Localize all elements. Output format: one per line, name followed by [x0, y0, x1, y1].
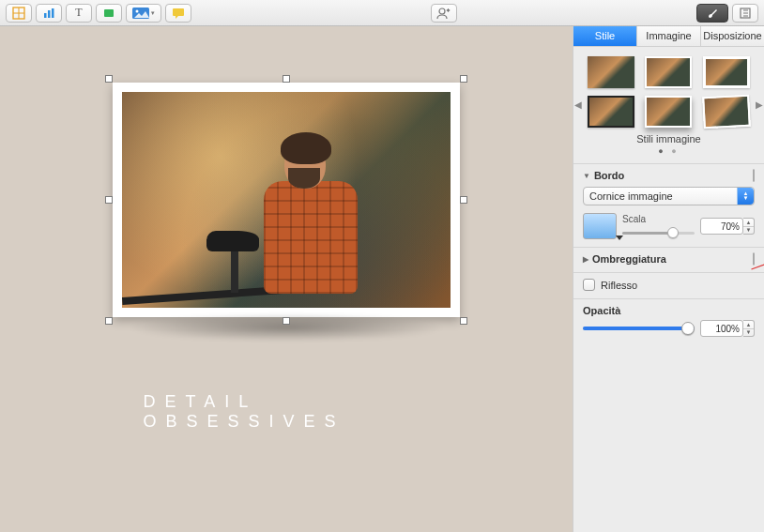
- inspector-tabs: Stile Immagine Disposizione: [573, 26, 764, 47]
- opacity-section: Opacità 100% ▲▼: [573, 298, 764, 344]
- border-style-swatch[interactable]: [753, 169, 755, 182]
- shadow-section: ▶ Ombreggiatura: [573, 247, 764, 272]
- toolbar-shape-button[interactable]: [96, 4, 122, 23]
- toolbar-document-button[interactable]: [732, 4, 758, 23]
- border-type-value: Cornice immagine: [589, 190, 673, 202]
- svg-point-10: [439, 8, 445, 14]
- border-section: ▼ Bordo Cornice immagine ▲▼ Scala 70%: [573, 163, 764, 247]
- style-thumb-1[interactable]: [588, 56, 634, 88]
- styles-prev-arrow[interactable]: ◀: [574, 99, 582, 110]
- toolbar: T ▾: [0, 0, 764, 26]
- resize-handle-bl[interactable]: [105, 317, 113, 325]
- resize-handle-tl[interactable]: [105, 75, 113, 83]
- toolbar-media-button[interactable]: ▾: [126, 4, 161, 23]
- tab-arrange[interactable]: Disposizione: [701, 26, 764, 46]
- disclosure-triangle-icon[interactable]: ▶: [583, 255, 588, 264]
- image-styles-label: Stili immagine: [587, 133, 751, 144]
- style-thumb-6[interactable]: [702, 95, 751, 129]
- toolbar-text-button[interactable]: T: [66, 4, 92, 23]
- collab-icon: [436, 7, 451, 20]
- media-icon: [132, 7, 149, 20]
- toolbar-comment-button[interactable]: [165, 4, 191, 23]
- main-area: DETAIL OBSESSIVES Stile Immagine Disposi…: [0, 26, 764, 532]
- toolbar-table-button[interactable]: [6, 4, 32, 23]
- border-title: Bordo: [594, 170, 624, 181]
- selected-image[interactable]: [113, 83, 460, 317]
- resize-handle-tr[interactable]: [460, 75, 467, 83]
- resize-handle-l[interactable]: [105, 196, 113, 204]
- image-content: [113, 83, 460, 317]
- comment-icon: [172, 7, 185, 20]
- reflection-section: Riflesso: [573, 272, 764, 298]
- panel-icon: [739, 7, 752, 20]
- chevron-down-icon: ▾: [151, 9, 155, 17]
- shadow-swatch-none[interactable]: [753, 252, 755, 266]
- image-shadow: [127, 313, 446, 342]
- border-type-dropdown[interactable]: Cornice immagine ▲▼: [583, 187, 755, 205]
- opacity-title: Opacità: [583, 305, 755, 316]
- styles-page-dots[interactable]: ● ●: [587, 146, 751, 156]
- svg-rect-3: [44, 13, 47, 18]
- chart-icon: [42, 7, 55, 20]
- reflection-checkbox[interactable]: [583, 279, 595, 291]
- svg-rect-6: [104, 9, 114, 17]
- stepper-down-icon: ▼: [743, 227, 754, 235]
- toolbar-collab-button[interactable]: [431, 4, 457, 23]
- scale-value-field[interactable]: 70%: [700, 218, 743, 235]
- scale-slider[interactable]: [622, 226, 695, 239]
- stepper-up-icon: ▲: [743, 321, 754, 329]
- paintbrush-icon: [706, 7, 719, 20]
- toolbar-format-button[interactable]: [696, 4, 728, 23]
- opacity-value-text: 100%: [715, 324, 740, 334]
- table-icon: [12, 7, 25, 20]
- dropdown-arrows-icon: ▲▼: [737, 188, 754, 205]
- slide-canvas[interactable]: DETAIL OBSESSIVES: [0, 26, 573, 532]
- shape-icon: [102, 7, 115, 20]
- style-thumb-3[interactable]: [703, 56, 750, 88]
- disclosure-triangle-icon[interactable]: ▼: [583, 172, 590, 180]
- scale-stepper[interactable]: ▲▼: [743, 218, 755, 235]
- image-styles-grid: ◀ ▶ Stili immagine ● ●: [573, 47, 764, 163]
- text-icon: T: [75, 6, 82, 20]
- scale-value-text: 70%: [721, 221, 740, 232]
- opacity-slider[interactable]: [583, 321, 695, 336]
- style-thumb-5[interactable]: [645, 96, 692, 128]
- style-thumb-4[interactable]: [588, 96, 634, 128]
- resize-handle-r[interactable]: [460, 196, 467, 204]
- svg-rect-9: [173, 8, 184, 16]
- slide-caption[interactable]: DETAIL OBSESSIVES: [144, 392, 430, 432]
- tab-image[interactable]: Immagine: [637, 26, 701, 46]
- styles-next-arrow[interactable]: ▶: [756, 99, 763, 110]
- stepper-up-icon: ▲: [743, 219, 754, 227]
- opacity-stepper[interactable]: ▲▼: [743, 320, 755, 337]
- svg-rect-4: [48, 10, 51, 18]
- reflection-label: Riflesso: [601, 280, 637, 291]
- format-inspector: Stile Immagine Disposizione ◀ ▶ Stili im…: [573, 26, 764, 532]
- opacity-value-field[interactable]: 100%: [700, 320, 743, 337]
- scale-label: Scala: [622, 214, 695, 224]
- shadow-title: Ombreggiatura: [592, 253, 666, 265]
- svg-point-8: [136, 9, 139, 12]
- frame-preview-button[interactable]: [583, 213, 617, 239]
- style-thumb-2[interactable]: [645, 56, 692, 88]
- svg-rect-5: [52, 8, 54, 18]
- resize-handle-t[interactable]: [283, 75, 290, 83]
- resize-handle-br[interactable]: [460, 317, 467, 325]
- tab-style[interactable]: Stile: [573, 26, 637, 46]
- toolbar-chart-button[interactable]: [36, 4, 62, 23]
- stepper-down-icon: ▼: [743, 329, 754, 337]
